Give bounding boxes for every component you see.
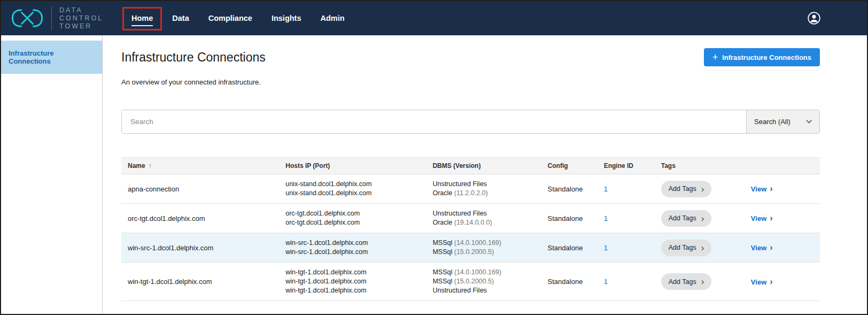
cell-dbms: Unstructured FilesOracle (19.14.0.0.0) [426, 204, 541, 233]
nav-item-label: Data [172, 14, 189, 22]
chevron-right-icon: › [770, 243, 772, 252]
add-tags-button[interactable]: Add Tags › [661, 181, 712, 197]
nav-item[interactable]: Data [172, 14, 189, 22]
chevron-right-icon: › [770, 213, 772, 222]
cell-config: Standalone [541, 233, 598, 263]
table-row[interactable]: win-src-1.dcol1.delphix.com win-src-1.dc… [121, 233, 820, 263]
engine-id-link[interactable]: 1 [604, 244, 608, 252]
cell-dbms: Unstructured FilesOracle (11.2.0.2.0) [426, 174, 541, 204]
sidebar: Infrastructure Connections [1, 35, 103, 314]
chevron-right-icon: › [701, 277, 704, 286]
add-tags-button[interactable]: Add Tags › [661, 273, 712, 290]
nav-item-label: Compliance [208, 14, 252, 22]
brand-wordmark: DATA CONTROL TOWER [51, 6, 103, 30]
add-button-label: Infrastructure Connections [722, 53, 811, 62]
delphix-logo-icon [11, 8, 44, 28]
engine-id-link[interactable]: 1 [604, 278, 608, 286]
cell-name: win-src-1.dcol1.delphix.com [121, 233, 279, 263]
nav-item[interactable]: Admin [321, 14, 345, 22]
main-content: Infrastructure Connections + Infrastruct… [103, 35, 867, 314]
table-header-row: Name↑Hosts IP (Port)DBMS (Version)Config… [121, 158, 820, 174]
add-tags-label: Add Tags [669, 278, 696, 286]
cell-config: Standalone [541, 263, 598, 301]
cell-hosts: win-tgt-1.dcol1.delphix.comwin-tgt-1.dco… [279, 263, 426, 301]
nav-item-label: Home [131, 14, 153, 22]
nav-item-label: Admin [321, 14, 345, 22]
search-scope-dropdown[interactable]: Search (All) [746, 110, 819, 133]
chevron-right-icon: › [770, 184, 772, 193]
add-tags-label: Add Tags [669, 214, 696, 222]
chevron-down-icon [806, 120, 812, 124]
main-nav: Home Data Compliance Insights Admin [131, 14, 364, 22]
plus-icon: + [712, 52, 718, 62]
cell-name: orc-tgt.dcol1.delphix.com [121, 204, 279, 233]
column-header[interactable]: Tags [655, 158, 745, 174]
active-tab-underline [131, 25, 153, 26]
column-header[interactable]: Config [541, 158, 598, 174]
search-bar: Search (All) [121, 110, 820, 134]
page-subtitle: An overview of your connected infrastruc… [121, 78, 820, 86]
top-navbar: DATA CONTROL TOWER Home Data Compliance … [1, 1, 867, 35]
app-window: DATA CONTROL TOWER Home Data Compliance … [0, 0, 868, 315]
chevron-right-icon: › [701, 185, 704, 194]
add-infrastructure-connections-button[interactable]: + Infrastructure Connections [704, 48, 820, 66]
user-account-icon[interactable] [807, 11, 821, 25]
chevron-right-icon: › [701, 243, 704, 252]
cell-config: Standalone [541, 204, 598, 233]
chevron-right-icon: › [770, 277, 772, 286]
view-link-label: View [751, 278, 766, 286]
cell-name: apna-connection [121, 174, 279, 204]
add-tags-label: Add Tags [669, 185, 696, 193]
infrastructure-connections-table: Name↑Hosts IP (Port)DBMS (Version)Config… [121, 157, 820, 301]
brand-logo: DATA CONTROL TOWER [1, 6, 103, 30]
view-link[interactable]: View› [751, 214, 773, 222]
cell-hosts: unix-stand.dcol1.delphix.comunix-stand.d… [279, 174, 426, 204]
nav-item[interactable]: Compliance [208, 14, 252, 22]
chevron-right-icon: › [701, 214, 704, 223]
search-scope-label: Search (All) [754, 118, 790, 126]
column-header[interactable]: Hosts IP (Port) [279, 158, 426, 174]
cell-hosts: orc-tgt.dcol1.delphix.comorc-tgt.dcol1.d… [279, 204, 426, 233]
view-link[interactable]: View› [751, 185, 773, 193]
table-row[interactable]: orc-tgt.dcol1.delphix.com orc-tgt.dcol1.… [121, 204, 820, 233]
column-header [745, 158, 820, 174]
view-link[interactable]: View› [751, 244, 773, 252]
engine-id-link[interactable]: 1 [604, 214, 608, 222]
add-tags-button[interactable]: Add Tags › [661, 240, 712, 256]
sidebar-item[interactable]: Infrastructure Connections [1, 41, 102, 74]
cell-name: win-tgt-1.dcol1.delphix.com [121, 263, 279, 301]
page-title: Infrastructure Connections [121, 50, 266, 65]
view-link-label: View [751, 214, 766, 222]
add-tags-label: Add Tags [669, 244, 696, 251]
nav-item-label: Insights [272, 14, 301, 22]
cell-dbms: MSSql (14.0.1000.169)MSSql (15.0.2000.5)… [426, 263, 541, 301]
nav-item[interactable]: Home [131, 14, 153, 22]
engine-id-link[interactable]: 1 [604, 185, 608, 193]
search-input[interactable] [122, 110, 746, 133]
table-row[interactable]: win-tgt-1.dcol1.delphix.com win-tgt-1.dc… [121, 263, 820, 301]
view-link[interactable]: View› [751, 278, 773, 286]
table-row[interactable]: apna-connection unix-stand.dcol1.delphix… [121, 174, 820, 204]
table-body: apna-connection unix-stand.dcol1.delphix… [121, 174, 820, 301]
column-header[interactable]: DBMS (Version) [426, 158, 541, 174]
view-link-label: View [751, 185, 766, 193]
column-header[interactable]: Engine ID [598, 158, 655, 174]
cell-config: Standalone [541, 174, 598, 204]
cell-hosts: win-src-1.dcol1.delphix.comwin-src-1.dco… [279, 233, 426, 263]
sort-asc-icon: ↑ [149, 162, 152, 170]
nav-item[interactable]: Insights [272, 14, 301, 22]
view-link-label: View [751, 244, 766, 252]
cell-dbms: MSSql (14.0.1000.169)MSSql (15.0.2000.5) [426, 233, 541, 263]
add-tags-button[interactable]: Add Tags › [661, 210, 712, 227]
column-header[interactable]: Name↑ [121, 158, 279, 174]
